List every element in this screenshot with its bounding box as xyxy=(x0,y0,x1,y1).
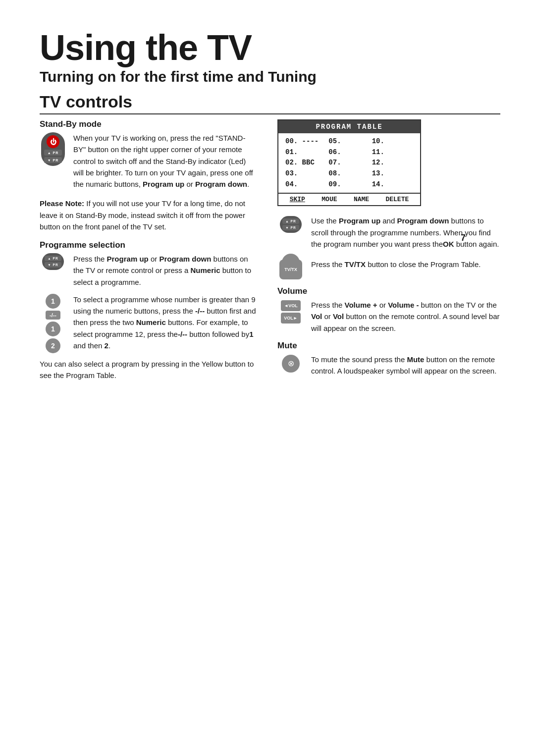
volume-block: ◄VOL VOL► Press the Volume + or Volume -… xyxy=(277,299,500,334)
volume-heading: Volume xyxy=(277,286,500,296)
skip-button[interactable]: SKIP xyxy=(290,196,305,203)
tvtx-icon: TV/TX xyxy=(277,259,304,279)
you-can-text: You can also select a program by pressin… xyxy=(40,358,258,381)
volume-text: Press the Volume + or Volume - button on… xyxy=(311,299,500,334)
program-table-footer: SKIP MOUE NAME DELETE xyxy=(278,193,420,205)
pr-down-button-icon: ▼ PR xyxy=(44,157,62,163)
page-subtitle: Turning on for the first time and Tuning xyxy=(40,68,500,85)
you-can-body: You can also select a program by pressin… xyxy=(40,360,254,379)
section-title: TV controls xyxy=(40,92,500,114)
program-table: PROGRAM TABLE 00. ----05.10. 01.06.11. 0… xyxy=(277,119,421,206)
power-button-icon: ⏻ xyxy=(47,135,59,148)
program-updown-icon: ▲ PR ▼ PR xyxy=(277,215,304,250)
move-button[interactable]: MOUE xyxy=(321,196,337,203)
programme-selection-text: Press the Program up or Program down but… xyxy=(73,253,258,288)
dash-button-icon: -/-- xyxy=(46,311,60,320)
programme-selection-block: ▲ PR ▼ PR Press the Program up or Progra… xyxy=(40,253,258,288)
page-number: 7 xyxy=(461,233,466,243)
note-text: Please Note: If you will not use your TV… xyxy=(40,199,245,231)
num-1-button-icon: 1 xyxy=(46,294,60,309)
table-row: 00. ----05.10. xyxy=(284,136,414,147)
use-program-text: Use the Program up and Program down butt… xyxy=(311,215,500,250)
num-1b-button-icon: 1 xyxy=(46,322,60,336)
program-table-header: PROGRAM TABLE xyxy=(278,120,420,133)
tvtx-button-icon: TV/TX xyxy=(279,260,302,279)
mute-icon: ⊗ xyxy=(277,354,304,377)
standby-text: When your TV is working on, press the re… xyxy=(73,132,258,190)
mute-button-icon: ⊗ xyxy=(282,355,300,373)
mute-heading: Mute xyxy=(277,341,500,351)
tvtx-block: TV/TX Press the TV/TX button to close th… xyxy=(277,259,500,279)
numeric-buttons-block: 1 -/-- 1 2 To select a programme whose n… xyxy=(40,294,258,353)
volume-buttons-icon: ◄VOL VOL► xyxy=(277,299,304,334)
num-2-button-icon: 2 xyxy=(46,338,60,353)
left-column: Stand-By mode ⏻ ▲ PR ▼ PR When your TV i… xyxy=(40,119,258,383)
table-row: 04.09.14. xyxy=(284,179,414,190)
delete-button[interactable]: DELETE xyxy=(385,196,409,203)
standby-block: ⏻ ▲ PR ▼ PR When your TV is working on, … xyxy=(40,132,258,190)
mute-text: To mute the sound press the Mute button … xyxy=(311,354,500,377)
please-note-block: Please Note: If you will not use your TV… xyxy=(40,198,258,232)
mute-block: ⊗ To mute the sound press the Mute butto… xyxy=(277,354,500,377)
pr-up-button-icon: ▲ PR xyxy=(44,150,62,156)
right-column: PROGRAM TABLE 00. ----05.10. 01.06.11. 0… xyxy=(277,119,500,383)
table-row: 03.08.13. xyxy=(284,168,414,179)
numeric-select-text: To select a programme whose number is gr… xyxy=(73,294,258,353)
standby-heading: Stand-By mode xyxy=(40,119,258,129)
use-program-block: ▲ PR ▼ PR Use the Program up and Program… xyxy=(277,215,500,250)
table-row: 01.06.11. xyxy=(284,147,414,158)
table-row: 02. BBC07.12. xyxy=(284,158,414,168)
standby-body-text: When your TV is working on, press the re… xyxy=(73,134,253,188)
tvtx-text: Press the TV/TX button to close the Prog… xyxy=(311,259,500,279)
program-table-body: 00. ----05.10. 01.06.11. 02. BBC07.12. 0… xyxy=(278,133,420,193)
remote-icon: ⏻ ▲ PR ▼ PR xyxy=(40,132,66,190)
vol-down-icon: VOL► xyxy=(281,313,301,324)
vol-up-icon: ◄VOL xyxy=(281,300,301,311)
name-button[interactable]: NAME xyxy=(354,196,369,203)
page-title: Using the TV xyxy=(40,30,500,65)
programme-buttons-icon: ▲ PR ▼ PR xyxy=(40,253,66,288)
programme-selection-heading: Programme selection xyxy=(40,240,258,250)
